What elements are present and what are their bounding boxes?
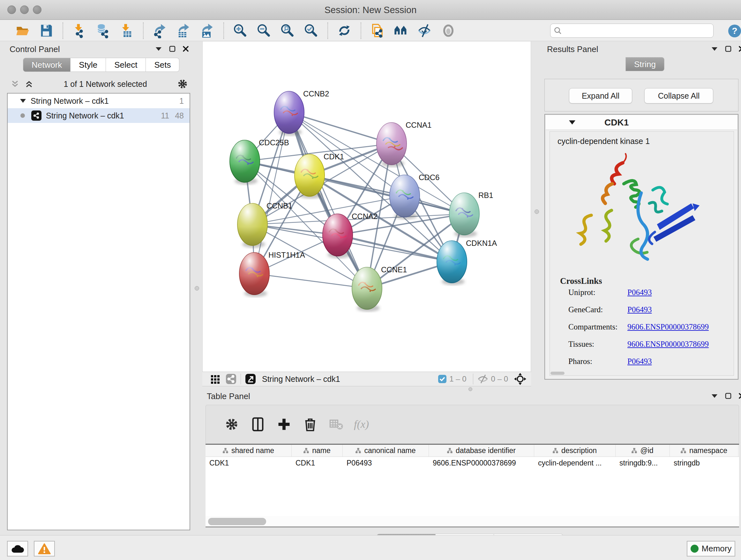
first-neighbors-button[interactable] <box>391 22 411 40</box>
column-header-description[interactable]: description <box>534 445 616 456</box>
open-file-button[interactable] <box>13 22 32 40</box>
zoom-in-button[interactable] <box>230 22 250 40</box>
collapse-all-button[interactable]: Collapse All <box>644 88 713 104</box>
float-panel-icon[interactable] <box>711 393 718 398</box>
cloud-status-button[interactable] <box>7 541 28 557</box>
table-hscrollbar[interactable] <box>205 516 739 527</box>
network-edge-CCNB2-CCNA1[interactable] <box>289 112 392 144</box>
section-expanded-triangle-icon[interactable] <box>569 120 576 125</box>
delete-column-button[interactable] <box>300 415 320 433</box>
table-row[interactable]: CDK1CDK1P064939606.ENSP00000378699cyclin… <box>205 457 739 469</box>
crosslink-link[interactable]: 9606.ENSP00000378699 <box>627 340 709 349</box>
crosslink-link[interactable]: P06493 <box>627 357 652 366</box>
search-field[interactable] <box>550 23 714 38</box>
tab-string[interactable]: String <box>625 57 664 71</box>
column-header-name[interactable]: name <box>292 445 343 456</box>
table-cell[interactable]: CDK1 <box>292 457 343 469</box>
close-panel-icon[interactable] <box>738 46 741 52</box>
network-node-CCNB1[interactable]: CCNB1 <box>238 201 292 248</box>
table-settings-button[interactable] <box>222 415 242 433</box>
column-header--id[interactable]: @id <box>616 445 670 456</box>
crosslink-link[interactable]: 9606.ENSP00000378699 <box>627 322 709 331</box>
zoom-out-button[interactable] <box>254 22 274 40</box>
delete-table-button[interactable] <box>327 415 346 433</box>
column-sort-icon[interactable] <box>355 448 361 453</box>
save-session-button[interactable] <box>37 22 56 40</box>
network-node-CDC25B[interactable]: CDC25B <box>230 138 289 185</box>
column-sort-icon[interactable] <box>631 448 637 453</box>
import-database-button[interactable] <box>93 22 113 40</box>
collapse-all-chevron-icon[interactable] <box>24 79 34 89</box>
export-network-button[interactable] <box>150 22 170 40</box>
float-panel-icon[interactable] <box>155 46 162 51</box>
gene-section-header[interactable]: CDK1 <box>546 115 737 130</box>
tab-select[interactable]: Select <box>106 58 146 72</box>
hidden-eye-icon[interactable] <box>477 374 488 384</box>
network-node-HIST1H1A[interactable]: HIST1H1A <box>239 251 305 297</box>
network-node-CCNA1[interactable]: CCNA1 <box>377 121 431 167</box>
right-splitter-handle[interactable] <box>535 209 539 214</box>
import-table-button[interactable] <box>117 22 137 40</box>
results-hscroll-thumb[interactable] <box>550 372 564 375</box>
column-header-shared-name[interactable]: shared name <box>205 445 292 456</box>
network-row[interactable]: String Network – cdk1 11 48 <box>8 108 190 123</box>
warnings-button[interactable] <box>34 541 55 557</box>
network-canvas[interactable]: CCNB2CCNA1CDC25BCDK1CDC6RB1CCNB1CCNA2CDK… <box>202 42 531 372</box>
expand-all-button[interactable]: Expand All <box>569 88 632 104</box>
apply-layout-button[interactable] <box>334 22 354 40</box>
hide-selection-button[interactable] <box>415 22 434 40</box>
network-node-CDC6[interactable]: CDC6 <box>390 173 440 219</box>
close-panel-icon[interactable] <box>738 393 741 399</box>
network-options-gear-icon[interactable] <box>177 78 188 90</box>
zoom-selected-button[interactable] <box>301 22 321 40</box>
show-columns-button[interactable] <box>248 415 268 433</box>
network-edge-CCNB2-CCNE1[interactable] <box>289 112 367 288</box>
network-node-CCNB2[interactable]: CCNB2 <box>274 89 329 136</box>
network-edge-CCNB2-HIST1H1A[interactable] <box>254 112 289 273</box>
table-cell[interactable]: CDK1 <box>205 457 292 469</box>
maximize-panel-icon[interactable] <box>725 393 731 399</box>
crosslink-link[interactable]: P06493 <box>627 288 652 297</box>
column-header-canonical-name[interactable]: canonical name <box>343 445 429 456</box>
maximize-panel-icon[interactable] <box>169 46 176 52</box>
table-hscroll-thumb[interactable] <box>208 518 266 525</box>
tab-network[interactable]: Network <box>23 58 71 72</box>
birds-eye-view-icon[interactable] <box>225 373 237 385</box>
new-network-from-selection-button[interactable] <box>367 22 387 40</box>
network-collection-row[interactable]: String Network – cdk1 1 <box>8 94 190 108</box>
import-network-button[interactable] <box>70 22 89 40</box>
network-edge-HIST1H1A-CCNE1[interactable] <box>254 273 367 288</box>
zoom-fit-button[interactable] <box>278 22 297 40</box>
export-image-button[interactable] <box>197 22 217 40</box>
network-node-CCNE1[interactable]: CCNE1 <box>352 265 407 312</box>
table-cell[interactable]: cyclin-dependent ... <box>534 457 616 469</box>
add-column-button[interactable] <box>274 415 294 433</box>
open-in-window-icon[interactable] <box>245 373 256 385</box>
crosslink-link[interactable]: P06493 <box>627 305 652 314</box>
close-panel-icon[interactable] <box>183 46 189 52</box>
column-sort-icon[interactable] <box>223 448 228 453</box>
help-button[interactable]: ? <box>728 24 741 38</box>
table-cell[interactable]: P06493 <box>343 457 429 469</box>
show-all-button[interactable] <box>439 22 458 40</box>
column-header-database-identifier[interactable]: database identifier <box>429 445 534 456</box>
expand-all-chevron-icon[interactable] <box>10 79 20 89</box>
function-builder-button[interactable]: f(x) <box>354 418 369 430</box>
maximize-panel-icon[interactable] <box>725 46 731 52</box>
table-cell[interactable]: 9606.ENSP00000378699 <box>429 457 534 469</box>
column-sort-icon[interactable] <box>681 448 686 453</box>
column-header-namespace[interactable]: namespace <box>670 445 738 456</box>
tab-style[interactable]: Style <box>71 58 106 72</box>
export-table-button[interactable] <box>174 22 193 40</box>
network-node-RB1[interactable]: RB1 <box>449 191 493 237</box>
selected-checkbox-icon[interactable] <box>438 374 447 383</box>
column-sort-icon[interactable] <box>304 448 309 453</box>
float-panel-icon[interactable] <box>711 46 718 51</box>
table-cell[interactable]: stringdb <box>670 457 738 469</box>
network-edge-CDK1-RB1[interactable] <box>310 175 464 214</box>
network-node-CDKN1A[interactable]: CDKN1A <box>437 239 497 285</box>
memory-button[interactable]: Memory <box>687 541 735 557</box>
left-splitter-handle[interactable] <box>195 286 199 291</box>
column-sort-icon[interactable] <box>553 448 558 453</box>
table-cell[interactable]: stringdb:9... <box>616 457 670 469</box>
